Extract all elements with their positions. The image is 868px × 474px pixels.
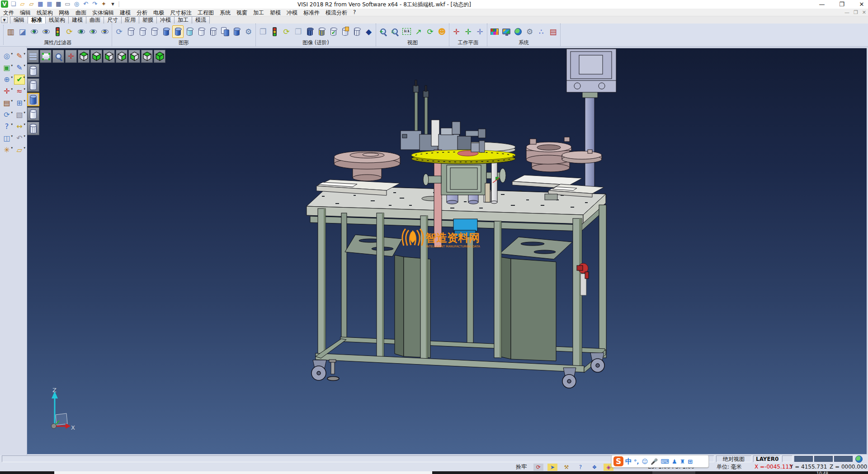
toolbar-tab-尺寸[interactable]: 尺寸 — [104, 16, 122, 24]
page-cylinder-icon[interactable] — [340, 25, 351, 38]
edit-pencil-icon[interactable]: ✎ — [14, 51, 25, 61]
page-visibility-icon[interactable]: ◪ — [17, 25, 28, 38]
view-iso-button[interactable] — [154, 50, 165, 63]
check-cylinder-icon[interactable] — [328, 25, 339, 38]
report-book-icon[interactable]: ▤ — [547, 25, 559, 38]
wireframe-icon[interactable] — [125, 25, 137, 38]
cad-scene[interactable]: 智造资料网 INTELLIGENT MANUFACTURING DATA Z X — [27, 48, 867, 454]
menu-标准件[interactable]: 标准件 — [300, 9, 322, 17]
rotate-view-icon[interactable]: ⟳ — [425, 25, 436, 38]
ucs-move-icon[interactable]: ✛ — [1, 86, 12, 96]
view-mode-panel[interactable]: 绝对视图 — [716, 455, 751, 462]
confirm-check-icon[interactable]: ✔ — [14, 75, 25, 85]
display-list-button[interactable] — [27, 50, 39, 63]
ime-icon-2[interactable]: 🎤 — [651, 458, 658, 465]
window-grid-icon[interactable]: ⊞ — [14, 98, 25, 108]
cube-display-icon[interactable]: ▧ — [14, 110, 25, 120]
menu-尺寸标注[interactable]: 尺寸标注 — [167, 9, 194, 17]
adv-filter-icon[interactable] — [269, 25, 280, 38]
menu-塑模[interactable]: 塑模 — [267, 9, 283, 17]
menu-工程图[interactable]: 工程图 — [194, 9, 217, 17]
copy-display-icon[interactable] — [231, 25, 242, 38]
monitor-settings-icon[interactable] — [500, 25, 512, 38]
status-cube-icon[interactable]: ❖ — [590, 464, 599, 471]
ime-icon-3[interactable]: ⌨ — [660, 458, 669, 465]
zoom-window-icon[interactable]: ▫ — [389, 25, 401, 38]
sogou-logo[interactable]: S — [613, 456, 623, 466]
status-pick-icon[interactable]: ➤ — [547, 464, 557, 471]
shaded-icon[interactable] — [160, 25, 172, 38]
ime-icon-5[interactable]: ♜ — [680, 458, 685, 465]
perspective-view-icon[interactable]: ☻ — [436, 25, 448, 38]
attribute-brush-icon[interactable]: ▥ — [5, 25, 16, 38]
pan-view-icon[interactable]: ↗ — [413, 25, 424, 38]
workplane-edit-icon[interactable]: ✛ — [462, 25, 474, 38]
menu-系统[interactable]: 系统 — [217, 9, 233, 17]
toolbar-tab-应用[interactable]: 应用 — [122, 16, 139, 24]
striped-cylinder-icon[interactable] — [304, 25, 316, 38]
zoom-in-icon[interactable]: + — [377, 25, 389, 38]
ime-icon-1[interactable]: ☺ — [642, 458, 648, 465]
view-left-button[interactable] — [103, 50, 115, 63]
mdi-restore-button[interactable]: ❐ — [854, 9, 858, 15]
view-right-button[interactable] — [116, 50, 127, 63]
show-add-icon[interactable]: + — [87, 25, 99, 38]
menu-曲面[interactable]: 曲面 — [72, 9, 89, 17]
toolbar-tab-塑膜[interactable]: 塑膜 — [139, 16, 157, 24]
menu-模流分析[interactable]: 模流分析 — [322, 9, 350, 17]
menu-实体编辑[interactable]: 实体编辑 — [89, 9, 117, 17]
toolbar-tab-建模[interactable]: 建模 — [69, 16, 86, 24]
multi-body-display-icon[interactable] — [219, 25, 231, 38]
color-palette-icon[interactable] — [489, 25, 500, 38]
layer-panel[interactable]: LAYER0 — [753, 455, 780, 462]
help-icon[interactable]: ? — [1, 122, 12, 132]
toolbar-tab-线架构[interactable]: 线架构 — [46, 16, 69, 24]
redraw-icon[interactable]: ◎ — [1, 51, 12, 61]
sketch-curve-icon[interactable]: ✎ — [14, 63, 25, 73]
workplane-create-icon[interactable]: ✛ — [451, 25, 462, 38]
tab-dropdown-button[interactable]: ▼ — [1, 17, 8, 23]
close-button[interactable]: ✕ — [858, 1, 865, 8]
wireframe-dashed-icon[interactable] — [149, 25, 160, 38]
workplane-align-icon[interactable]: ✛ — [474, 25, 486, 38]
mesh-cylinder-icon[interactable] — [351, 25, 363, 38]
open-file-icon[interactable]: ▱ — [14, 145, 25, 155]
menu-建模[interactable]: 建模 — [117, 9, 133, 17]
shade-flat-button[interactable] — [27, 107, 39, 121]
shade-shaded-button[interactable] — [27, 93, 39, 106]
system-tools-icon[interactable]: ⚙ — [524, 25, 535, 38]
ime-icon-6[interactable]: ⊞ — [688, 458, 693, 465]
viewport-3d[interactable]: 智造资料网 INTELLIGENT MANUFACTURING DATA Z X… — [27, 48, 867, 454]
undo-arrow-icon[interactable]: ↶ — [14, 133, 25, 143]
shade-mesh-button[interactable] — [27, 122, 39, 135]
menu-线架构[interactable]: 线架构 — [33, 9, 56, 17]
delete-trash-icon[interactable]: ◫ — [1, 133, 12, 143]
ime-toolbar[interactable]: S 中 °,☺🎤⌨♟♜⊞ — [611, 455, 709, 468]
snap-points-icon[interactable]: ∴ — [536, 25, 547, 38]
toolbar-tab-曲面[interactable]: 曲面 — [86, 16, 104, 24]
status-refresh-icon[interactable]: ⟳ — [533, 464, 543, 471]
show-entities-icon[interactable]: + — [28, 25, 40, 38]
fit-view-icon[interactable]: ▣ — [1, 63, 12, 73]
striped-cylinder2-icon[interactable] — [316, 25, 327, 38]
refresh-filter-icon[interactable]: ⟳ — [64, 25, 75, 38]
display-settings-icon[interactable]: ⚙ — [243, 25, 254, 38]
menu-电极[interactable]: 电极 — [150, 9, 167, 17]
menu-网格[interactable]: 网格 — [56, 9, 72, 17]
toggle-visibility-icon[interactable]: ± — [75, 25, 87, 38]
axis-view-button[interactable]: ✛ — [65, 50, 77, 63]
menu-文件[interactable]: 文件 — [0, 9, 17, 17]
taskbar-window-preview[interactable] — [54, 471, 432, 474]
toolbar-tab-冲模[interactable]: 冲模 — [157, 16, 175, 24]
regen-display-icon[interactable]: ⟳ — [113, 25, 125, 38]
zoom-scale-icon[interactable]: 1:1 — [401, 25, 412, 38]
shaded-edges-icon[interactable] — [172, 25, 184, 38]
zoom-dynamic-icon[interactable]: ⊕ — [1, 75, 12, 85]
shaded-transparent-icon[interactable] — [184, 25, 195, 38]
status-tools-icon[interactable]: ⚒ — [561, 464, 571, 471]
mdi-close-button[interactable]: ✕ — [862, 9, 866, 15]
view-top-button[interactable] — [78, 50, 90, 63]
lock-label[interactable]: 拴牢 — [514, 464, 529, 470]
mdi-minimize-button[interactable]: — — [844, 9, 849, 15]
menu-加工[interactable]: 加工 — [250, 9, 267, 17]
